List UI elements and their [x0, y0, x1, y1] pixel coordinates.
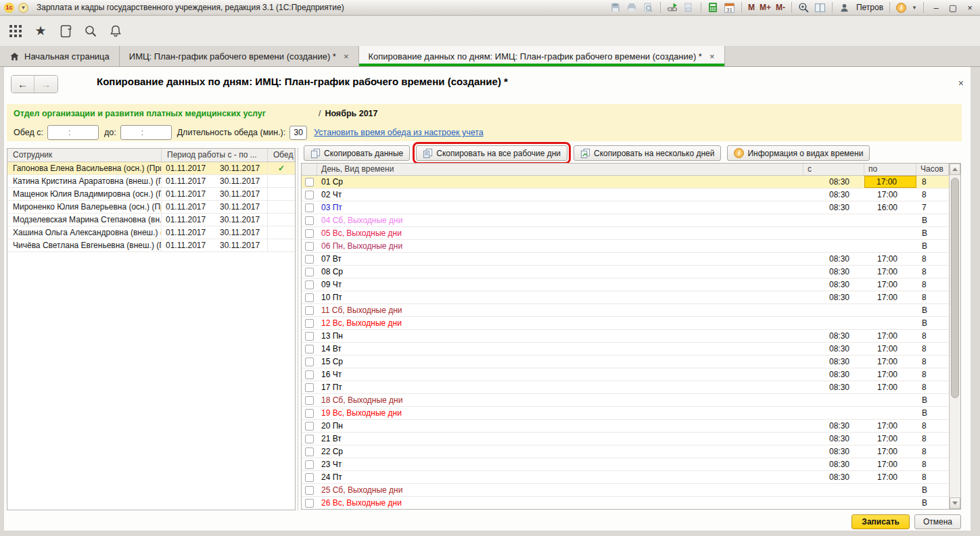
- close-window-button[interactable]: ×: [964, 3, 976, 13]
- day-checkbox[interactable]: [305, 229, 314, 238]
- day-checkbox[interactable]: [305, 358, 314, 366]
- day-row[interactable]: 16 Чт08:3017:008: [302, 368, 949, 381]
- hours-cell[interactable]: В: [916, 394, 949, 406]
- time-from-cell[interactable]: 08:30: [803, 445, 864, 458]
- day-checkbox[interactable]: [305, 191, 314, 199]
- time-from-cell[interactable]: [803, 304, 864, 316]
- day-row[interactable]: 24 Пт08:3017:008: [302, 471, 949, 484]
- time-to-cell[interactable]: [864, 317, 916, 329]
- memory-subtract-button[interactable]: M-: [776, 3, 785, 12]
- hours-cell[interactable]: 8: [916, 381, 949, 393]
- minimize-button[interactable]: –: [930, 3, 942, 13]
- print-preview-icon[interactable]: [643, 2, 654, 14]
- time-from-cell[interactable]: 08:30: [803, 356, 864, 368]
- main-menu-icon[interactable]: [8, 24, 23, 39]
- zoom-icon[interactable]: [798, 2, 810, 14]
- employee-row[interactable]: Мащенок Юлия Владимировна (осн.) (П...01…: [7, 188, 295, 201]
- time-to-cell[interactable]: 17:00: [864, 381, 916, 393]
- day-checkbox[interactable]: [305, 216, 314, 225]
- time-to-cell[interactable]: [864, 240, 916, 252]
- calendar-icon[interactable]: 31: [724, 2, 735, 14]
- time-to-cell[interactable]: [864, 214, 916, 226]
- day-checkbox[interactable]: [305, 422, 314, 431]
- hours-cell[interactable]: В: [916, 304, 949, 316]
- cancel-button[interactable]: Отмена: [914, 514, 961, 529]
- save-button[interactable]: Записать: [851, 514, 910, 529]
- day-checkbox[interactable]: [305, 319, 314, 328]
- form-close-icon[interactable]: ×: [958, 78, 964, 89]
- set-lunch-time-link[interactable]: Установить время обеда из настроек учета: [314, 128, 483, 137]
- day-checkbox[interactable]: [305, 396, 314, 405]
- day-row[interactable]: 23 Чт08:3017:008: [302, 458, 949, 471]
- time-from-cell[interactable]: 08:30: [803, 253, 864, 265]
- copy-all-workdays-button[interactable]: Скопировать на все рабочие дни: [416, 145, 567, 161]
- tab-close-icon[interactable]: ×: [709, 51, 715, 62]
- hours-cell[interactable]: 8: [916, 266, 949, 278]
- lunch-from-input[interactable]: [47, 125, 99, 140]
- hours-cell[interactable]: В: [916, 240, 949, 252]
- day-checkbox[interactable]: [305, 383, 314, 392]
- hours-cell[interactable]: В: [916, 214, 949, 226]
- hours-cell[interactable]: 8: [916, 420, 949, 432]
- time-from-cell[interactable]: [803, 317, 864, 329]
- day-row[interactable]: 22 Ср08:3017:008: [302, 445, 949, 458]
- time-to-cell[interactable]: 17:00: [864, 420, 916, 432]
- day-checkbox[interactable]: [305, 255, 314, 264]
- vertical-scrollbar[interactable]: [949, 164, 960, 509]
- column-header-to[interactable]: по: [864, 164, 916, 175]
- back-button[interactable]: ←: [11, 76, 34, 93]
- time-from-cell[interactable]: [803, 394, 864, 406]
- time-to-cell[interactable]: 17:00: [864, 458, 916, 470]
- day-row[interactable]: 18 Сб, Выходные дниВ: [302, 394, 949, 407]
- tab-close-icon[interactable]: ×: [344, 51, 349, 62]
- memory-add-button[interactable]: M+: [760, 3, 771, 12]
- time-types-info-button[interactable]: i Информация о видах времени: [727, 145, 870, 161]
- employee-row[interactable]: Мироненко Юлия Валерьевна (осн.) (Пр...0…: [7, 201, 295, 214]
- day-row[interactable]: 11 Сб, Выходные дниВ: [302, 304, 949, 317]
- notifications-bell-icon[interactable]: [108, 24, 123, 39]
- time-from-cell[interactable]: 08:30: [803, 176, 864, 188]
- column-header-from[interactable]: с: [803, 164, 864, 175]
- hours-cell[interactable]: В: [916, 407, 949, 419]
- hours-cell[interactable]: 8: [916, 291, 949, 303]
- time-from-cell[interactable]: 08:30: [803, 201, 864, 214]
- time-from-cell[interactable]: [803, 407, 864, 419]
- time-from-cell[interactable]: 08:30: [803, 420, 864, 432]
- hours-cell[interactable]: 8: [916, 189, 949, 201]
- history-icon[interactable]: [58, 24, 73, 39]
- tab-plan-schedule[interactable]: ИМЦ: План-график рабочего времени (созда…: [120, 46, 359, 66]
- day-checkbox[interactable]: [305, 486, 314, 495]
- day-row[interactable]: 07 Вт08:3017:008: [302, 253, 949, 266]
- scrollbar-thumb[interactable]: [951, 178, 959, 398]
- day-checkbox[interactable]: [305, 281, 314, 289]
- hours-cell[interactable]: 8: [916, 253, 949, 265]
- calculator-icon[interactable]: [707, 2, 719, 14]
- split-window-icon[interactable]: [814, 2, 826, 14]
- time-to-cell[interactable]: 17:00: [864, 266, 916, 278]
- time-to-cell[interactable]: 17:00: [864, 445, 916, 458]
- day-row[interactable]: 13 Пн08:3017:008: [302, 330, 949, 343]
- copy-link-icon[interactable]: [683, 2, 695, 14]
- time-from-cell[interactable]: 08:30: [803, 278, 864, 291]
- hours-cell[interactable]: В: [916, 484, 949, 496]
- day-row[interactable]: 08 Ср08:3017:008: [302, 266, 949, 278]
- time-from-cell[interactable]: 08:30: [803, 381, 864, 393]
- scroll-up-button[interactable]: [950, 164, 960, 175]
- copy-data-button[interactable]: Скопировать данные: [304, 145, 410, 161]
- hours-cell[interactable]: 8: [916, 433, 949, 445]
- time-from-cell[interactable]: [803, 227, 864, 239]
- save-icon[interactable]: [610, 2, 622, 14]
- day-row[interactable]: 21 Вт08:3017:008: [302, 433, 949, 445]
- day-row[interactable]: 19 Вс, Выходные дниВ: [302, 407, 949, 420]
- system-menu-icon[interactable]: ▼: [18, 3, 28, 13]
- department-link[interactable]: Отдел организации и развития платных мед…: [14, 109, 266, 118]
- time-from-cell[interactable]: 08:30: [803, 266, 864, 278]
- tab-copy-days[interactable]: Копирование данных по дням: ИМЦ: План-гр…: [359, 46, 725, 66]
- time-to-cell[interactable]: 17:00: [864, 278, 916, 291]
- time-from-cell[interactable]: 08:30: [803, 471, 864, 483]
- day-row[interactable]: 20 Пн08:3017:008: [302, 420, 949, 433]
- time-from-cell[interactable]: [803, 214, 864, 226]
- hours-cell[interactable]: 8: [916, 330, 949, 342]
- help-dropdown-icon[interactable]: ▼: [912, 5, 917, 11]
- scroll-down-button[interactable]: [950, 497, 960, 509]
